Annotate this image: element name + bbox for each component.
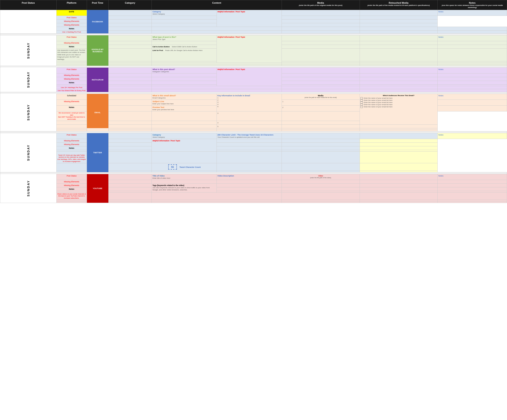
instagram-row6: Use 10+ Hashtags Per Post: [0, 86, 507, 89]
twitter-helpful-info: Helpful Information / Post Topic: [152, 139, 217, 151]
google-section: SUNDAY Post Status GOOGLE MY BUSINESS Wh…: [0, 35, 507, 41]
youtube-section: SUNDAY Post Status YOUTUBE Title of Vide…: [0, 174, 507, 180]
platform-email: EMAIL: [87, 94, 108, 131]
header-retouched-media: Retouched Media (enter the file path of …: [359, 0, 438, 10]
instagram-row7: Use Your Brand Filter for Every Post: [0, 89, 507, 92]
facebook-missing1[interactable]: Missing Elements: [56, 20, 87, 23]
day-label-instagram: SUNDAY: [0, 67, 56, 92]
google-what-post: What type of post is this? Select Post T…: [152, 35, 217, 41]
header-post-time: Post Time: [87, 0, 108, 10]
twitter-missing1[interactable]: Missing Elements: [56, 139, 87, 142]
day-label-google: SUNDAY: [0, 35, 56, 66]
header-content: Content: [152, 0, 282, 10]
youtube-video-col: Video (enter the file path of the video): [282, 174, 359, 180]
email-missing1[interactable]: Missing Elements: [56, 100, 87, 105]
youtube-row7: [0, 200, 507, 201]
google-notes-label: Notes: [56, 45, 87, 49]
google-row7: [0, 64, 507, 66]
facebook-time[interactable]: [108, 10, 152, 16]
audience-check-3[interactable]: [360, 101, 363, 104]
twitter-row8: [0, 171, 507, 172]
twitter-notes-cell: Notes: [438, 133, 507, 139]
youtube-row8: [0, 201, 507, 203]
email-scheduled: Scheduled: [56, 94, 87, 100]
youtube-missing1[interactable]: Missing Elements: [56, 180, 87, 184]
instagram-missing1[interactable]: Missing Elements: [56, 73, 87, 77]
instagram-hashtag-note1: Use 10+ Hashtags Per Post: [56, 86, 87, 89]
facebook-section: DATE FACEBOOK Category Select Category H…: [0, 10, 507, 16]
youtube-row5: [0, 191, 507, 192]
twitter-row6: Tweet 15+ times per day (add Twitter sec…: [0, 151, 507, 163]
facebook-row6: Use 1 Hashtag Per Post: [0, 31, 507, 34]
divider-gm-ig: [0, 66, 507, 67]
facebook-date-bar: DATE: [56, 10, 87, 16]
email-notes-cell: Notes: [438, 94, 507, 100]
instagram-section: SUNDAY Post Status INSTAGRAM What is thi…: [0, 67, 507, 73]
email-subject: Subject Line Enter your subject line her…: [152, 100, 217, 105]
facebook-post-status[interactable]: Post Status: [56, 16, 87, 20]
day-label-email: SUNDAY: [0, 94, 56, 131]
facebook-missing2[interactable]: Missing Elements: [56, 23, 87, 27]
email-media-header: Media (enter the path for each media fil…: [282, 94, 359, 100]
twitter-row2: Missing Elements Helpful Information / P…: [0, 139, 507, 142]
facebook-retouched[interactable]: [359, 10, 438, 16]
google-row6: [0, 63, 507, 64]
google-post-status[interactable]: Post Status: [56, 35, 87, 41]
audience-check-4[interactable]: [360, 104, 363, 106]
instagram-post-status[interactable]: Post Status: [56, 67, 87, 73]
facebook-helpful-info-cell: Helpful Information / Post Topic: [217, 10, 282, 27]
facebook-media[interactable]: [282, 10, 359, 16]
facebook-category-cell: Category Select Category: [152, 10, 217, 16]
header-category: Category: [108, 0, 152, 10]
instagram-missing2[interactable]: Missing Elements: [56, 77, 87, 81]
header-notes: Notes (use this space for notes between …: [438, 0, 507, 10]
youtube-post-status[interactable]: Post Status: [56, 174, 87, 180]
google-missing1[interactable]: Missing Elements: [56, 41, 87, 45]
email-audiences: Which Audiences Receive This Email? Ente…: [359, 94, 438, 124]
facebook-row5: Notes: [0, 27, 507, 31]
email-section: SUNDAY Scheduled EMAIL What is this emai…: [0, 94, 507, 100]
header-row: Post Status Platform Post Time Category …: [0, 0, 507, 10]
youtube-missing2[interactable]: Missing Elements: [56, 184, 87, 187]
youtube-row2: Missing Elements: [0, 180, 507, 184]
youtube-share-note: Share videos on your social channels & l…: [56, 192, 87, 200]
facebook-notes-label: Notes: [56, 27, 87, 31]
instagram-helpful-info-cell: Helpful Information / Post Topic: [217, 67, 282, 86]
twitter-tip: Tweet 15+ times per day (add Twitter sec…: [56, 151, 87, 163]
youtube-row4: Notes: [0, 187, 507, 191]
instagram-notes-cell: Notes: [438, 67, 507, 73]
twitter-tweet-count-cell: 55 Tweet Character Count: [152, 163, 217, 171]
platform-instagram: INSTAGRAM: [87, 67, 108, 92]
email-row8: [0, 130, 507, 131]
email-row6: 5: [0, 124, 507, 128]
twitter-row5: [0, 150, 507, 151]
twitter-post-status[interactable]: Post Status: [56, 133, 87, 139]
twitter-missing2[interactable]: Missing Elements: [56, 142, 87, 146]
youtube-title: Title of Video Enter title of video here: [152, 174, 217, 180]
instagram-notes-label: Notes: [56, 81, 87, 84]
twitter-category: Category Select Category: [152, 133, 217, 139]
audience-check-5[interactable]: [360, 106, 363, 108]
audience-check-1[interactable]: [360, 97, 363, 99]
twitter-notes-label: Notes: [56, 146, 87, 150]
facebook-notes-cell: Notes: [438, 10, 507, 16]
platform-google: GOOGLE MY BUSINESS: [87, 35, 108, 66]
email-key-info: Key Information to Include in Email 1234…: [217, 94, 282, 111]
google-notes-cell: Notes: [438, 35, 507, 41]
youtube-row3: Missing Elements Tags (keywords related …: [0, 184, 507, 187]
header-post-status: Post Status: [0, 0, 56, 10]
email-tip: We recommend 1 email per week to start 9…: [56, 111, 87, 121]
main-table: Post Status Platform Post Time Category …: [0, 0, 507, 203]
email-notes-label: Notes: [56, 105, 87, 111]
instagram-what-post: What is this post about? Instagram Categ…: [152, 67, 217, 73]
twitter-row7-tweet-count: 55 Tweet Character Count: [0, 163, 507, 171]
header-media: Media (enter the file path of the origin…: [282, 0, 359, 10]
instagram-hashtag-note2: Use Your Brand Filter for Every Post: [56, 89, 87, 92]
twitter-section: SUNDAY Post Status TWITTER Category Sele…: [0, 133, 507, 139]
header-platform: Platform: [56, 0, 87, 10]
audience-check-2[interactable]: [360, 99, 363, 101]
platform-youtube: YOUTUBE: [87, 174, 108, 203]
day-label-youtube: SUNDAY: [0, 174, 56, 203]
google-sunday-note: Use keywords in each post. The first 100…: [56, 49, 87, 61]
divider-fb-gm: [0, 34, 507, 35]
